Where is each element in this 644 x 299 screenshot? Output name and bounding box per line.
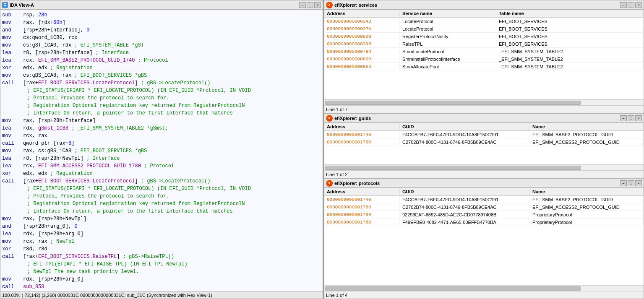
protocols-statusbar: Line 1 of 4: [324, 291, 644, 299]
protocols-name-cell: EFI_SMM_BASE2_PROTOCOL_GUID: [530, 197, 644, 203]
ida-restore-btn[interactable]: □: [307, 2, 313, 8]
code-line: and [rsp+28h+arg_0], 0: [2, 223, 321, 230]
code-line: mov rcx, rax: [2, 132, 321, 140]
guids-col-guid: GUID: [400, 124, 530, 130]
protocols-icon: X: [326, 180, 333, 187]
guids-close-btn[interactable]: ×: [635, 115, 642, 121]
protocols-guid-cell: F4CCBFB7-F6E0-47FD-9DD4-10A8F150C191: [400, 197, 530, 203]
table-row[interactable]: 0000000000001790 92299EAF-6692-485D-AE2C…: [324, 211, 644, 218]
table-row[interactable]: 0000000000001780 C2702B74-800C-4131-8746…: [324, 203, 644, 211]
protocols-hscrollbar[interactable]: [324, 285, 644, 291]
table-row[interactable]: 000000000000037A LocateProtocol EFI_BOOT…: [324, 25, 644, 33]
table-row[interactable]: 000000000000034D LocateProtocol EFI_BOOT…: [324, 18, 644, 25]
code-line: mov rax, [rdx+60h]: [2, 19, 321, 26]
services-status-text: Line 1 of 7: [326, 107, 347, 112]
protocols-addr-cell: 0000000000001760: [324, 219, 400, 225]
code-line: mov rax, cs:gBS_1CA8 ; EFI_BOOT_SERVICES…: [2, 147, 321, 155]
protocols-addr-cell: 0000000000001790: [324, 212, 400, 218]
services-table-cell: EFI_BOOT_SERVICES: [496, 18, 644, 24]
guids-icon: X: [326, 115, 333, 122]
services-icon: X: [326, 2, 333, 8]
guids-status-text: Line 1 of 2: [326, 172, 347, 177]
services-addr-cell: 000000000000034D: [324, 18, 400, 24]
code-line: lea rcx, EFI_SMM_BASE2_PROTOCOL_GUID_174…: [2, 57, 321, 64]
protocols-guid-cell: F49EFBE0-4682-4471-AE65-00EFFB4770BA: [400, 219, 530, 225]
code-line: ; Registration Optional registration key…: [2, 200, 321, 208]
guids-hscrollbar[interactable]: [324, 164, 644, 170]
code-line: ; EFI_STATUS(EFIAPI * EFI_LOCATE_PROTOCO…: [2, 87, 321, 94]
protocols-col-name: Name: [530, 189, 644, 195]
code-line: ; Interface On return, a pointer to the …: [2, 208, 321, 215]
protocols-minimize-btn[interactable]: –: [620, 180, 627, 186]
protocols-table-body[interactable]: 0000000000001740 F4CCBFB7-F6E0-47FD-9DD4…: [324, 196, 644, 285]
table-row[interactable]: 00000000000007B4 SmmLocateProtocol _EFI_…: [324, 48, 644, 55]
code-line: mov rdx, [rsp+28h+arg_0]: [2, 276, 321, 283]
services-table-body[interactable]: 000000000000034D LocateProtocol EFI_BOOT…: [324, 18, 644, 99]
guids-statusbar: Line 1 of 2: [324, 170, 644, 178]
code-line: call [rax+EFI_BOOT_SERVICES.RaiseTPL] ; …: [2, 253, 321, 260]
protocols-restore-btn[interactable]: □: [628, 180, 634, 186]
code-line: ; Registration Optional registration key…: [2, 102, 321, 109]
ida-code-view[interactable]: sub rsp, 28h mov rax, [rdx+60h] and [rsp…: [0, 10, 323, 291]
table-row[interactable]: 0000000000001740 F4CCBFB7-F6E0-47FD-9DD4…: [324, 131, 644, 138]
code-line: lea rdx, gSmst_1CB8 ; _EFI_SMM_SYSTEM_TA…: [2, 125, 321, 132]
guids-name-cell: EFI_SMM_ACCESS2_PROTOCOL_GUID: [530, 139, 644, 145]
code-line: ; Protocol Provides the protocol to sear…: [2, 94, 321, 102]
table-row[interactable]: 0000000000001780 C2702B74-800C-4131-8746…: [324, 138, 644, 146]
services-table-cell: _EFI_SMM_SYSTEM_TABLE2: [496, 49, 644, 55]
code-line: call [rax+EFI_BOOT_SERVICES.LocateProtoc…: [2, 79, 321, 87]
services-col-address: Address: [324, 10, 400, 16]
services-service-cell: LocateProtocol: [400, 26, 496, 32]
code-line: mov rax, [rsp+28h+Interface]: [2, 117, 321, 125]
code-line: lea r8, [rsp+28h+NewTpl] ; Interface: [2, 155, 321, 162]
ida-minimize-btn[interactable]: –: [299, 2, 306, 8]
protocols-close-btn[interactable]: ×: [635, 180, 642, 186]
services-minimize-btn[interactable]: –: [620, 2, 627, 8]
services-table-cell: EFI_BOOT_SERVICES: [496, 41, 644, 47]
table-row[interactable]: 0000000000001740 F4CCBFB7-F6E0-47FD-9DD4…: [324, 196, 644, 203]
services-close-btn[interactable]: ×: [635, 2, 642, 8]
code-line: ; NewTpl The new task priority level.: [2, 268, 321, 276]
guids-hscrollbar-thumb: [325, 166, 581, 170]
protocols-name-cell: EFI_SMM_ACCESS2_PROTOCOL_GUID: [530, 204, 644, 210]
code-line: xor edx, edx ; Registration: [2, 64, 321, 72]
code-line: mov cs:gST_1CA0, rdx ; EFI_SYSTEM_TABLE …: [2, 42, 321, 49]
services-table-header: Address Service name Table name: [324, 10, 644, 18]
services-col-table: Table name: [496, 10, 644, 16]
table-row[interactable]: 0000000000000800 SmmInstallProtocolInter…: [324, 55, 644, 63]
code-line: ; EFI_STATUS(EFIAPI * EFI_LOCATE_PROTOCO…: [2, 185, 321, 192]
guids-minimize-btn[interactable]: –: [620, 115, 627, 121]
services-col-service: Service name: [400, 10, 496, 16]
guids-title: efiXplorer: guids: [334, 116, 371, 121]
services-service-cell: LocateProtocol: [400, 18, 496, 24]
table-row[interactable]: 0000000000001760 F49EFBE0-4682-4471-AE65…: [324, 218, 644, 226]
guids-table-header: Address GUID Name: [324, 123, 644, 131]
code-line: xor edx, edx ; Registration: [2, 170, 321, 177]
ida-close-btn[interactable]: ×: [314, 2, 321, 8]
protocols-table-header: Address GUID Name: [324, 188, 644, 196]
services-addr-cell: 000000000000037A: [324, 26, 400, 32]
services-service-cell: SmmInstallProtocolInterface: [400, 56, 496, 62]
services-hscrollbar[interactable]: [324, 99, 644, 105]
guids-table-body[interactable]: 0000000000001740 F4CCBFB7-F6E0-47FD-9DD4…: [324, 131, 644, 164]
services-addr-cell: 00000000000007B4: [324, 49, 400, 55]
code-line: call [rax+EFI_BOOT_SERVICES.LocateProtoc…: [2, 177, 321, 185]
protocols-guid-cell: 92299EAF-6692-485D-AE2C-CD077897408B: [400, 212, 530, 218]
table-row[interactable]: 000000000000086D SmmAllocatePool _EFI_SM…: [324, 63, 644, 70]
services-table-cell: _EFI_SMM_SYSTEM_TABLE2: [496, 64, 644, 70]
guids-col-address: Address: [324, 124, 400, 130]
guids-guid-cell: C2702B74-800C-4131-8746-8FB5B89CE4AC: [400, 139, 530, 145]
guids-window: X efiXplorer: guids – □ × Address GUID N…: [324, 113, 644, 178]
guids-addr-cell: 0000000000001780: [324, 139, 400, 145]
table-row[interactable]: 0000000000000396 RaiseTPL EFI_BOOT_SERVI…: [324, 40, 644, 48]
protocols-name-cell: ProprietaryProtocol: [530, 212, 644, 218]
table-row[interactable]: 0000000000000800 RegisterProtocolNotify …: [324, 33, 644, 40]
code-line: lea rcx, EFI_SMM_ACCESS2_PROTOCOL_GUID_1…: [2, 162, 321, 170]
guids-addr-cell: 0000000000001740: [324, 132, 400, 138]
ida-titlebar: I IDA View-A – □ ×: [0, 0, 323, 10]
ida-view-panel: I IDA View-A – □ × sub rsp, 28h mov rax,…: [0, 0, 323, 299]
services-service-cell: RaiseTPL: [400, 41, 496, 47]
services-service-cell: SmmLocateProtocol: [400, 49, 496, 55]
guids-restore-btn[interactable]: □: [628, 115, 634, 121]
services-restore-btn[interactable]: □: [628, 2, 634, 8]
